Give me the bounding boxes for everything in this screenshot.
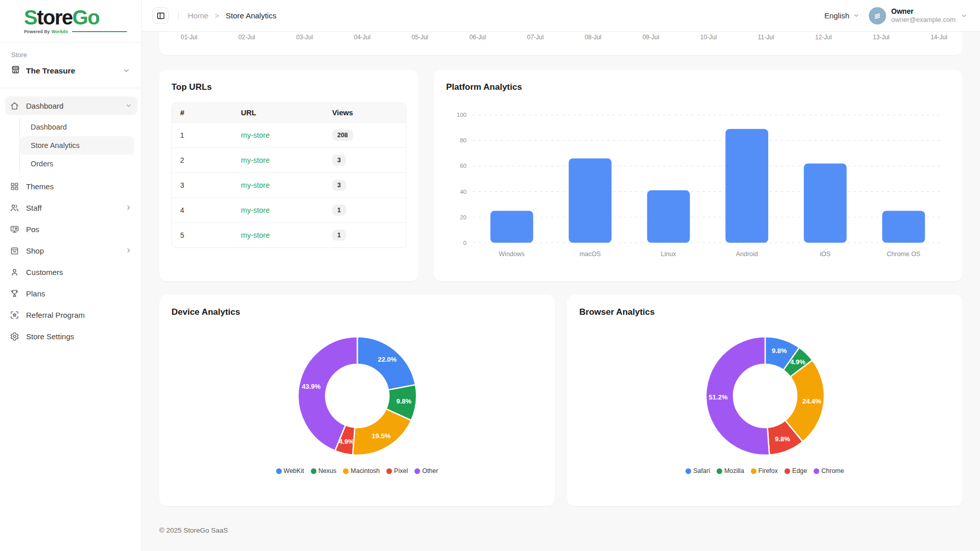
url-link[interactable]: my-store: [241, 131, 270, 139]
legend-dot: [785, 468, 790, 474]
device-donut-wrap: 22.0%9.8%19.5%4.9%43.9% WebKitNexusMacin…: [172, 333, 543, 474]
brand-logo[interactable]: StoreGo Powered By Workdo: [0, 0, 141, 38]
platform-bar-chart: 100806040200WindowsmacOSLinuxAndroidiOSC…: [446, 98, 950, 272]
rank-cell: 4: [172, 198, 233, 223]
profile-menu[interactable]: Owner owner@example.com: [869, 7, 968, 24]
url-link[interactable]: my-store: [241, 206, 270, 214]
views-badge: 208: [332, 130, 353, 141]
sidebar-item-referral-program[interactable]: Referral Program: [5, 306, 137, 324]
legend-item-other[interactable]: Other: [414, 467, 438, 474]
top-urls-card: Top URLs #URLViews 1my-store2082my-store…: [159, 70, 419, 281]
bar-macos: [569, 158, 611, 242]
store-selector-label: The Treasure: [26, 66, 117, 76]
url-link[interactable]: my-store: [241, 231, 270, 239]
storefront-icon: [11, 65, 20, 74]
browser-analytics-card: Browser Analytics 9.8%4.9%24.4%9.8%51.2%…: [567, 295, 963, 506]
table-row: 2my-store3: [172, 148, 406, 173]
sidebar-subitem-store-analytics[interactable]: Store Analytics: [20, 136, 134, 155]
legend-item-macintosh[interactable]: Macintosh: [343, 467, 380, 474]
legend-dot: [414, 468, 420, 474]
legend-item-webkit[interactable]: WebKit: [276, 467, 304, 474]
legend-label: Other: [422, 467, 438, 474]
bar-ios: [804, 163, 847, 242]
legend-item-pixel[interactable]: Pixel: [386, 467, 408, 474]
breadcrumb-home-link[interactable]: Home: [188, 11, 208, 20]
rank-cell: 1: [172, 123, 233, 148]
legend-item-mozilla[interactable]: Mozilla: [717, 467, 744, 474]
visitors-timeline-card: 01-Jul02-Jul03-Jul04-Jul05-Jul06-Jul07-J…: [159, 32, 963, 55]
user-name: Owner: [891, 7, 955, 16]
sidebar-item-staff[interactable]: Staff: [5, 198, 137, 217]
legend-item-safari[interactable]: Safari: [685, 467, 710, 474]
views-badge: 1: [332, 230, 346, 241]
sidebar-sublist-dashboard: DashboardStore AnalyticsOrders: [19, 118, 134, 173]
sidebar-item-label: Customers: [26, 268, 132, 277]
column-header-url: URL: [233, 103, 324, 123]
legend-dot: [386, 468, 392, 474]
device-analytics-title: Device Analytics: [172, 307, 543, 317]
x-tick-label: 05-Jul: [411, 34, 428, 41]
device-legend: WebKitNexusMacintoshPixelOther: [276, 467, 438, 474]
legend-label: Firefox: [758, 467, 778, 474]
legend-label: Nexus: [318, 467, 336, 474]
legend-item-firefox[interactable]: Firefox: [751, 467, 778, 474]
url-link[interactable]: my-store: [241, 156, 270, 164]
views-badge: 1: [332, 205, 346, 216]
legend-item-chrome[interactable]: Chrome: [814, 467, 844, 474]
sidebar-item-store-settings[interactable]: Store Settings: [5, 327, 137, 345]
brand-underline: [72, 31, 127, 32]
sidebar-item-shop[interactable]: Shop: [5, 241, 137, 260]
y-tick-label: 100: [457, 112, 467, 118]
chevron-down-icon: [122, 67, 130, 74]
sidebar-subitem-orders[interactable]: Orders: [20, 155, 134, 173]
chevron-down-icon: [853, 12, 860, 19]
referral-icon: [10, 310, 19, 320]
store-selector[interactable]: The Treasure: [0, 61, 141, 84]
top-urls-title: Top URLs: [172, 82, 406, 92]
table-row: 4my-store1: [172, 198, 406, 223]
x-tick-label: 14-Jul: [930, 34, 947, 41]
browser-analytics-title: Browser Analytics: [579, 307, 950, 317]
topbar-right: English Owner owner@example.com: [824, 7, 968, 24]
legend-dot: [276, 468, 282, 474]
sidebar-subitem-dashboard[interactable]: Dashboard: [20, 118, 134, 136]
chevron-down-icon: [961, 12, 968, 19]
content-area: 01-Jul02-Jul03-Jul04-Jul05-Jul06-Jul07-J…: [142, 32, 980, 551]
x-category-label: macOS: [579, 251, 601, 258]
y-tick-label: 80: [460, 137, 467, 143]
brand-logo-go: Go: [72, 6, 100, 29]
sidebar-item-label: Store Settings: [26, 332, 132, 341]
browser-donut-wrap: 9.8%4.9%24.4%9.8%51.2% SafariMozillaFire…: [579, 333, 950, 474]
footer-copyright: © 2025 StoreGo SaaS: [159, 527, 963, 534]
sidebar-item-dashboard[interactable]: Dashboard: [5, 96, 137, 115]
x-category-label: Android: [736, 251, 758, 258]
legend-dot: [814, 468, 819, 474]
browser-donut-chart: 9.8%4.9%24.4%9.8%51.2%: [655, 333, 875, 461]
device-analytics-card: Device Analytics 22.0%9.8%19.5%4.9%43.9%…: [159, 295, 555, 506]
x-tick-label: 10-Jul: [700, 34, 717, 41]
legend-item-nexus[interactable]: Nexus: [311, 467, 336, 474]
table-row: 1my-store208: [172, 123, 406, 148]
sidebar-item-pos[interactable]: Pos: [5, 220, 137, 238]
sidebar-item-plans[interactable]: Plans: [5, 284, 137, 303]
sidebar-toggle-button[interactable]: [152, 7, 169, 24]
legend-item-edge[interactable]: Edge: [785, 467, 807, 474]
sidebar-item-label: Themes: [26, 182, 132, 191]
sidebar-item-themes[interactable]: Themes: [5, 177, 137, 195]
views-badge: 3: [332, 180, 346, 191]
column-header-views: Views: [324, 103, 406, 123]
workdo-brand: Workdo: [52, 29, 68, 34]
legend-label: Pixel: [394, 467, 408, 474]
language-dropdown[interactable]: English: [824, 11, 860, 20]
breadcrumb-current: Store Analytics: [226, 11, 276, 20]
sidebar-item-label: Referral Program: [26, 311, 132, 319]
sidebar-item-customers[interactable]: Customers: [5, 263, 137, 281]
views-badge: 3: [332, 155, 346, 166]
cards-row-1: Top URLs #URLViews 1my-store2082my-store…: [159, 70, 963, 281]
slice-percent-label: 43.9%: [302, 383, 321, 390]
y-tick-label: 60: [460, 163, 467, 169]
url-link[interactable]: my-store: [241, 181, 270, 189]
home-icon: [10, 101, 19, 111]
sidebar-item-label: Staff: [26, 204, 118, 212]
legend-label: Macintosh: [351, 467, 380, 474]
